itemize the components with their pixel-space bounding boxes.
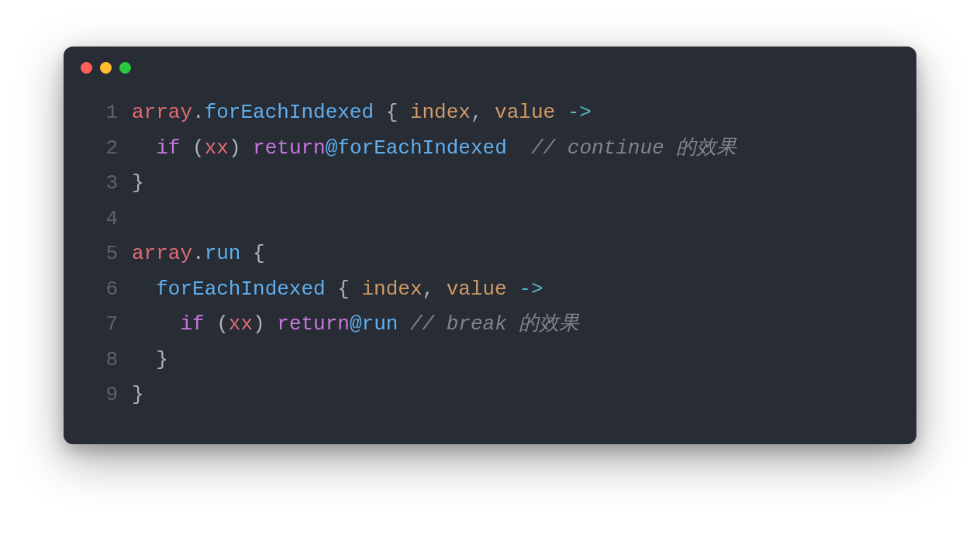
line-number: 3 <box>87 166 118 202</box>
line-content: forEachIndexed { index, value -> <box>132 272 543 308</box>
code-line: 9} <box>87 378 893 413</box>
code-token: forEachIndexed <box>205 101 374 124</box>
code-token: run <box>205 242 241 265</box>
code-token: xx <box>205 136 229 160</box>
code-token: -> <box>519 278 543 301</box>
code-line: 3} <box>87 166 893 202</box>
code-token: } <box>132 348 168 371</box>
code-token: index <box>410 101 471 124</box>
code-line: 6 forEachIndexed { index, value -> <box>87 272 893 308</box>
code-token <box>507 278 519 301</box>
code-token <box>507 136 531 160</box>
line-content: } <box>132 343 168 378</box>
code-token <box>398 312 410 336</box>
code-token: } <box>132 171 144 195</box>
code-line: 7 if (xx) return@run // break 的效果 <box>87 307 893 343</box>
code-token: return <box>277 312 350 336</box>
code-token: value <box>495 101 555 124</box>
code-area: 1array.forEachIndexed { index, value ->2… <box>64 81 916 444</box>
line-content: if (xx) return@forEachIndexed // continu… <box>132 131 737 167</box>
code-token: ) <box>229 136 253 160</box>
line-number: 4 <box>87 202 118 237</box>
code-token: ( <box>180 136 204 160</box>
code-line: 5array.run { <box>87 236 893 272</box>
code-token: . <box>192 101 205 124</box>
code-token: , <box>422 278 446 301</box>
line-content: if (xx) return@run // break 的效果 <box>132 307 579 343</box>
code-line: 4 <box>87 202 893 237</box>
code-token: @forEachIndexed <box>326 136 507 160</box>
code-token <box>132 136 156 160</box>
code-line: 8 } <box>87 343 893 378</box>
code-token <box>555 101 568 124</box>
line-number: 7 <box>87 307 118 343</box>
line-number: 9 <box>87 378 118 413</box>
code-token: if <box>180 312 204 336</box>
code-token: . <box>192 242 205 265</box>
line-number: 2 <box>87 131 118 167</box>
line-number: 8 <box>87 343 118 378</box>
code-token: array <box>132 101 192 124</box>
code-token: // break 的效果 <box>410 312 579 336</box>
line-number: 5 <box>87 236 118 272</box>
code-token: value <box>447 278 507 301</box>
code-token <box>132 312 180 336</box>
code-token: } <box>132 383 144 406</box>
code-token <box>132 278 156 301</box>
line-number: 6 <box>87 272 118 308</box>
code-token: { <box>240 242 264 265</box>
line-content: array.forEachIndexed { index, value -> <box>132 95 592 131</box>
code-token: -> <box>568 101 592 124</box>
code-token: , <box>471 101 495 124</box>
code-token: forEachIndexed <box>156 278 325 301</box>
window-titlebar <box>64 47 916 81</box>
close-icon[interactable] <box>81 62 92 74</box>
line-content <box>132 202 144 237</box>
maximize-icon[interactable] <box>119 62 131 74</box>
code-token: array <box>132 242 192 265</box>
code-token: ) <box>253 312 277 336</box>
line-content: array.run { <box>132 236 265 272</box>
code-window: 1array.forEachIndexed { index, value ->2… <box>64 47 916 444</box>
code-token: xx <box>229 312 253 336</box>
line-number: 1 <box>87 95 118 131</box>
code-token: // continue 的效果 <box>531 136 737 160</box>
code-token: { <box>374 101 410 124</box>
code-token: return <box>253 136 326 160</box>
code-line: 1array.forEachIndexed { index, value -> <box>87 95 893 131</box>
code-line: 2 if (xx) return@forEachIndexed // conti… <box>87 131 893 167</box>
line-content: } <box>132 378 144 413</box>
line-content: } <box>132 166 144 202</box>
code-token: if <box>156 136 180 160</box>
minimize-icon[interactable] <box>100 62 112 74</box>
code-token: { <box>326 278 362 301</box>
code-token: index <box>361 278 422 301</box>
code-token: ( <box>205 312 229 336</box>
code-token: @run <box>350 312 398 336</box>
